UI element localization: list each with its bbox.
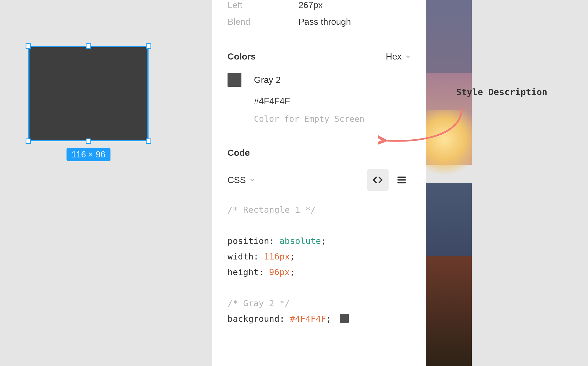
canvas-selection[interactable]: 116 × 96 <box>26 44 151 144</box>
code-view-code-button[interactable] <box>367 169 389 191</box>
section-title: Colors <box>228 51 256 62</box>
code-line: height: 96px; <box>228 264 411 280</box>
code-icon <box>372 174 383 186</box>
property-label: Left <box>228 0 298 10</box>
resize-handle-top-right[interactable] <box>146 43 151 49</box>
property-value[interactable]: Pass through <box>298 17 351 27</box>
code-language-dropdown[interactable]: CSS <box>228 175 255 185</box>
property-label: Blend <box>228 17 298 27</box>
inline-color-swatch[interactable] <box>340 314 349 323</box>
annotation-label: Style Description <box>456 87 547 97</box>
property-value[interactable]: 267px <box>298 0 323 10</box>
color-style-row[interactable]: Gray 2 #4F4F4F Color for Empty Screen <box>212 69 426 135</box>
chevron-down-icon <box>405 54 411 60</box>
property-row-left: Left 267px <box>212 0 426 12</box>
selection-dimensions-badge: 116 × 96 <box>66 148 110 161</box>
color-description: Color for Empty Screen <box>228 114 411 124</box>
list-icon <box>396 174 407 186</box>
selected-rectangle[interactable] <box>28 46 149 141</box>
code-line: width: 116px; <box>228 249 411 264</box>
property-row-blend: Blend Pass through <box>212 12 426 32</box>
color-format-dropdown[interactable]: Hex <box>386 51 411 62</box>
resize-handle-top-middle[interactable] <box>86 43 91 49</box>
color-swatch[interactable] <box>228 73 241 87</box>
code-line: position: absolute; <box>228 233 411 249</box>
resize-handle-bottom-right[interactable] <box>146 139 151 144</box>
background-image-strip <box>426 0 472 366</box>
code-comment: /* Gray 2 */ <box>228 295 411 311</box>
code-editor[interactable]: /* Rectangle 1 */ position: absolute; wi… <box>212 199 426 327</box>
resize-handle-top-left[interactable] <box>26 43 31 49</box>
chevron-down-icon <box>249 177 255 183</box>
section-title: Code <box>228 148 250 158</box>
color-hex[interactable]: #4F4F4F <box>228 96 411 106</box>
resize-handle-bottom-left[interactable] <box>26 139 31 144</box>
inspector-panel: Left 267px Blend Pass through Colors Hex… <box>212 0 426 366</box>
color-format-value: Hex <box>386 51 402 62</box>
code-language-control: CSS <box>212 164 426 199</box>
code-line: background: #4F4F4F; <box>228 311 411 327</box>
code-language-value: CSS <box>228 175 246 185</box>
code-comment: /* Rectangle 1 */ <box>228 202 411 217</box>
code-view-toggle <box>367 169 412 191</box>
code-view-table-button[interactable] <box>391 169 412 191</box>
colors-section-header: Colors Hex <box>212 39 426 69</box>
code-section-header: Code <box>212 135 426 164</box>
color-name: Gray 2 <box>254 75 281 85</box>
resize-handle-bottom-middle[interactable] <box>86 139 91 144</box>
